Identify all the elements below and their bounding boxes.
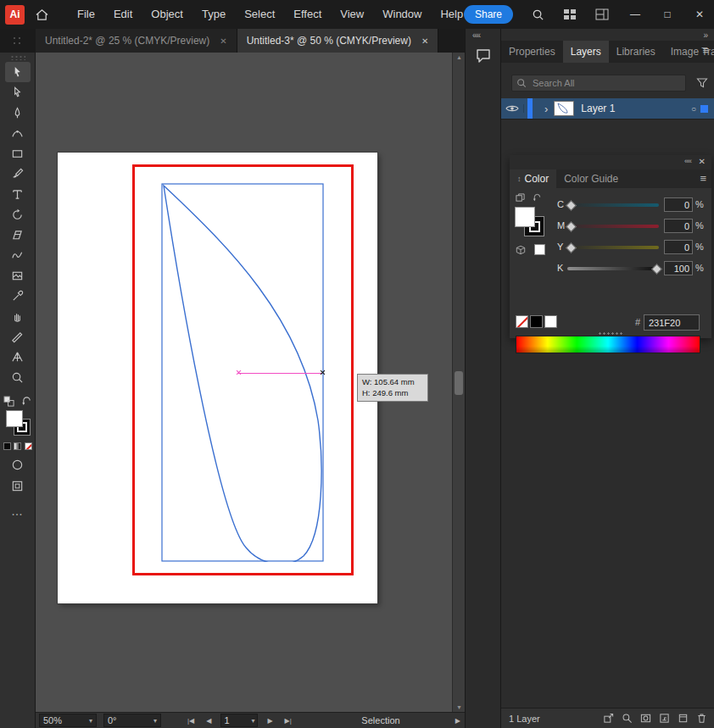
black-value-input[interactable] — [665, 262, 692, 275]
layer-name[interactable]: Layer 1 — [581, 103, 615, 114]
menu-object[interactable]: Object — [142, 0, 192, 29]
zoom-tool[interactable] — [5, 367, 31, 387]
delete-layer-icon[interactable] — [696, 713, 707, 724]
zoom-dropdown[interactable]: 50% ▾ — [39, 714, 97, 727]
hex-field[interactable] — [644, 314, 700, 331]
last-artboard-icon[interactable]: ▶| — [285, 717, 292, 725]
menu-effect[interactable]: Effect — [284, 0, 331, 29]
magenta-slider-track[interactable] — [567, 225, 659, 228]
artboard-number-input[interactable] — [224, 715, 239, 725]
previous-artboard-icon[interactable]: ◀ — [206, 717, 211, 725]
locate-object-icon[interactable] — [622, 713, 633, 724]
direct-selection-tool[interactable] — [5, 82, 31, 103]
collapse-dock-icon[interactable]: » — [703, 31, 708, 40]
type-tool[interactable] — [5, 184, 31, 204]
layers-search-field[interactable] — [511, 75, 686, 92]
color-spectrum-bar[interactable] — [516, 336, 700, 353]
workspace-switcher-icon[interactable] — [595, 8, 609, 20]
close-panel-icon[interactable]: ✕ — [699, 157, 706, 166]
tab-properties[interactable]: Properties — [501, 41, 563, 63]
close-tab-icon[interactable]: ✕ — [220, 36, 226, 46]
menu-file[interactable]: File — [68, 0, 104, 29]
cyan-slider-track[interactable] — [567, 203, 659, 207]
artboard-number-field[interactable]: ▾ — [220, 714, 258, 727]
none-mode-swatch[interactable] — [25, 442, 32, 450]
gradient-mode-swatch[interactable] — [14, 442, 21, 450]
magenta-value-input[interactable] — [665, 220, 692, 232]
selection-indicator-square[interactable] — [700, 105, 708, 113]
comments-icon[interactable] — [473, 46, 494, 66]
rotation-dropdown[interactable]: 0° ▾ — [103, 714, 161, 727]
black-slider-track[interactable] — [567, 267, 659, 270]
draw-mode-icon[interactable] — [11, 480, 24, 492]
visibility-eye-icon[interactable] — [501, 104, 524, 113]
knife-tool[interactable] — [5, 326, 31, 347]
rotate-tool[interactable] — [5, 204, 31, 225]
edit-toolbar-ellipsis[interactable]: … — [11, 504, 24, 518]
target-circle-icon[interactable]: ○ — [691, 104, 696, 114]
vertical-scrollbar[interactable]: ▲ ▼ — [452, 53, 465, 712]
search-icon[interactable] — [532, 8, 544, 21]
pen-tool[interactable] — [5, 103, 31, 123]
black-swatch[interactable] — [530, 315, 543, 328]
perspective-grid-tool[interactable] — [5, 347, 31, 367]
layer-row[interactable]: › Layer 1 ○ — [501, 98, 714, 119]
close-tab-icon[interactable]: ✕ — [421, 36, 428, 46]
menu-view[interactable]: View — [331, 0, 373, 29]
layer-thumbnail[interactable] — [554, 101, 574, 116]
expand-panel-icon[interactable]: «« — [472, 31, 480, 40]
clipping-mask-icon[interactable] — [640, 713, 651, 724]
selection-tool[interactable] — [5, 62, 31, 82]
cyan-value-input[interactable] — [665, 198, 692, 211]
yellow-value-input[interactable] — [665, 241, 692, 253]
color-panel-menu-icon[interactable]: ≡ — [700, 169, 706, 188]
doc-tab-untitled-3[interactable]: Untitled-3* @ 50 % (CMYK/Preview) ✕ — [237, 29, 439, 53]
hand-tool[interactable] — [5, 306, 31, 326]
menu-select[interactable]: Select — [235, 0, 284, 29]
swap-fill-stroke-icon[interactable] — [21, 396, 32, 407]
hex-input[interactable] — [644, 315, 699, 330]
artboard[interactable] — [58, 153, 377, 603]
scroll-up-icon[interactable]: ▲ — [453, 54, 466, 60]
layers-search-input[interactable] — [531, 77, 681, 89]
share-button[interactable]: Share — [464, 5, 513, 24]
new-sublayer-icon[interactable] — [659, 713, 670, 724]
collect-for-export-icon[interactable] — [603, 713, 614, 724]
eyedropper-tool[interactable] — [5, 286, 31, 306]
close-button[interactable]: ✕ — [694, 8, 706, 20]
white-swatch[interactable] — [544, 315, 557, 328]
tab-color[interactable]: ↕ Color — [510, 169, 556, 188]
doc-tab-untitled-2[interactable]: Untitled-2* @ 25 % (CMYK/Preview) ✕ — [36, 29, 237, 53]
scroll-down-icon[interactable]: ▼ — [453, 704, 466, 710]
eraser-tool[interactable] — [5, 225, 31, 245]
minimize-button[interactable]: — — [629, 8, 641, 20]
shape-mode-icon[interactable] — [11, 458, 24, 471]
fill-stroke-indicator[interactable] — [4, 410, 31, 437]
color-mode-swatch[interactable] — [3, 442, 11, 450]
yellow-slider-knob[interactable] — [566, 242, 577, 253]
default-fill-stroke-icon[interactable] — [3, 396, 14, 407]
black-slider-knob[interactable] — [651, 264, 662, 275]
fill-swatch[interactable] — [6, 410, 23, 427]
menu-edit[interactable]: Edit — [104, 0, 142, 29]
home-icon[interactable] — [35, 8, 49, 21]
panel-menu-icon[interactable]: ≡ — [702, 44, 709, 57]
menu-window[interactable]: Window — [373, 0, 431, 29]
expand-layer-icon[interactable]: › — [544, 103, 548, 115]
canvas[interactable]: W: 105.64 mm H: 249.6 mm — [36, 53, 452, 712]
filter-icon[interactable] — [696, 77, 708, 89]
new-layer-icon[interactable] — [678, 713, 689, 724]
artboard-tool[interactable] — [5, 265, 31, 286]
panel-resize-grip[interactable] — [598, 331, 623, 336]
first-artboard-icon[interactable]: |◀ — [187, 717, 194, 725]
magenta-slider-knob[interactable] — [566, 221, 577, 232]
maximize-button[interactable]: □ — [661, 8, 673, 20]
yellow-slider-track[interactable] — [567, 246, 659, 249]
next-artboard-icon[interactable]: ▶ — [267, 717, 272, 725]
scroll-right-icon[interactable]: ▶ — [455, 717, 460, 725]
rectangle-tool[interactable] — [5, 143, 31, 164]
cyan-slider-knob[interactable] — [566, 200, 577, 211]
curvature-tool[interactable] — [5, 123, 31, 143]
scrollbar-thumb[interactable] — [455, 371, 463, 395]
collapse-panel-icon[interactable]: «« — [684, 157, 691, 165]
